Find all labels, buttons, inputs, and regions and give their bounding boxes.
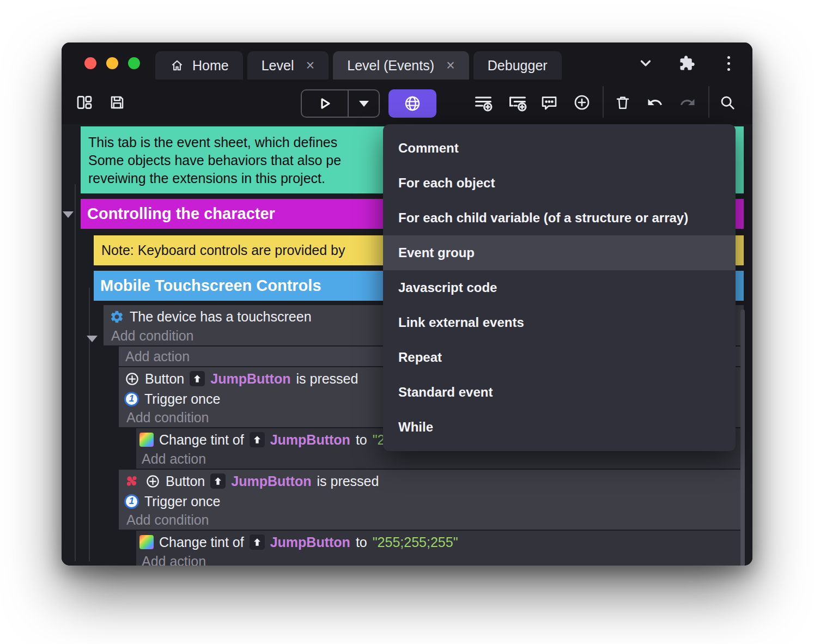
add-action-link[interactable]: Add action: [139, 552, 744, 566]
network-preview-button[interactable]: [388, 89, 436, 118]
more-options-button[interactable]: [719, 53, 738, 73]
close-tab-icon[interactable]: ×: [306, 58, 314, 73]
group-title: Mobile Touchscreen Controls: [100, 277, 321, 295]
choose-add-event-button[interactable]: [570, 90, 594, 114]
home-icon: [169, 58, 185, 73]
action-value: "255;255;255": [373, 534, 458, 550]
tab-level[interactable]: Level ×: [247, 51, 329, 80]
menu-item-link-external-events[interactable]: Link external events: [383, 305, 736, 340]
toggle-panels-button[interactable]: [72, 90, 96, 114]
panels-icon: [76, 94, 93, 111]
trigger-once-icon: 1: [124, 392, 139, 406]
tab-label: Level (Events): [347, 58, 434, 74]
tab-level-events[interactable]: Level (Events) ×: [333, 51, 469, 80]
condition-text: Button: [166, 473, 205, 489]
plus-circle-icon: [573, 94, 591, 111]
add-event-button[interactable]: [471, 90, 495, 114]
condition-text: The device has a touchscreen: [130, 309, 312, 325]
action-text: to: [356, 432, 367, 448]
zoom-window-button[interactable]: [128, 57, 140, 69]
menu-item-comment[interactable]: Comment: [383, 131, 736, 166]
play-preview-button[interactable]: [302, 90, 348, 117]
note-text: Note: Keyboard controls are provided by: [101, 242, 345, 258]
condition-row[interactable]: 1 Trigger once: [124, 491, 744, 511]
add-event-context-menu: Comment For each object For each child v…: [383, 124, 736, 451]
toolbar-divider: [603, 86, 604, 118]
menu-item-javascript-code[interactable]: Javascript code: [383, 270, 736, 305]
indent-guide: [75, 184, 76, 561]
condition-text: is pressed: [296, 371, 358, 387]
toolbar-divider: [708, 86, 709, 118]
condition-text: Trigger once: [144, 391, 220, 407]
action-text: to: [356, 534, 367, 550]
add-event-icon: [473, 93, 493, 112]
condition-row[interactable]: Button JumpButton is pressed: [124, 471, 744, 491]
tab-debugger[interactable]: Debugger: [473, 51, 562, 80]
titlebar: Home Level × Level (Events) × Debugger: [62, 42, 752, 80]
add-comment-button[interactable]: [537, 90, 561, 114]
jumpbutton-object-icon: [250, 534, 265, 550]
add-subevent-button[interactable]: [506, 90, 530, 114]
search-icon: [719, 94, 736, 111]
titlebar-actions: [636, 53, 738, 73]
tab-label: Home: [192, 58, 229, 74]
preview-options-button[interactable]: [348, 90, 379, 117]
trash-icon: [615, 94, 631, 111]
tab-home[interactable]: Home: [155, 51, 243, 80]
group-title: Controlling the character: [87, 205, 275, 223]
minimize-window-button[interactable]: [106, 57, 118, 69]
condition-text: is pressed: [317, 473, 379, 489]
menu-item-repeat[interactable]: Repeat: [383, 340, 736, 375]
close-tab-icon[interactable]: ×: [446, 58, 455, 73]
close-window-button[interactable]: [84, 57, 96, 69]
traffic-lights: [84, 57, 140, 69]
touchscreen-gear-icon: [109, 309, 124, 324]
condition-text: Button: [145, 371, 184, 387]
save-button[interactable]: [105, 90, 129, 114]
toolbar: [62, 80, 752, 124]
gamepad-button-icon: [124, 371, 139, 386]
menu-item-while[interactable]: While: [383, 410, 736, 445]
add-condition-link[interactable]: Add condition: [124, 511, 744, 528]
add-subevent-icon: [508, 93, 527, 112]
app-window: Home Level × Level (Events) × Debugger: [62, 42, 752, 566]
object-name: JumpButton: [210, 371, 290, 387]
event-jumpbutton-released[interactable]: Button JumpButton is pressed 1 Trigger o…: [119, 470, 744, 530]
action-change-tint[interactable]: Change tint of JumpButton to "255;255;25…: [136, 531, 744, 566]
collapse-group-icon[interactable]: [63, 211, 74, 218]
object-name: JumpButton: [270, 432, 350, 448]
scrollbar-thumb[interactable]: [740, 309, 745, 566]
undo-icon: [647, 94, 663, 111]
extensions-button[interactable]: [677, 53, 697, 73]
redo-icon: [679, 94, 696, 111]
menu-item-for-each-object[interactable]: For each object: [383, 166, 736, 201]
puzzle-icon: [679, 55, 695, 71]
trigger-once-icon: 1: [124, 494, 139, 509]
menu-item-standard-event[interactable]: Standard event: [383, 375, 736, 410]
caret-down-icon: [359, 101, 369, 107]
menu-item-event-group[interactable]: Event group: [383, 235, 736, 270]
menu-item-for-each-child-variable[interactable]: For each child variable (of a structure …: [383, 201, 736, 235]
action-text: Change tint of: [159, 432, 244, 448]
tab-bar: Home Level × Level (Events) × Debugger: [155, 51, 562, 80]
tab-list-dropdown-button[interactable]: [636, 53, 655, 73]
jumpbutton-object-icon: [210, 473, 226, 489]
tint-icon: [139, 433, 154, 447]
add-action-link[interactable]: Add action: [139, 450, 744, 467]
undo-button[interactable]: [643, 90, 667, 114]
delete-button[interactable]: [611, 90, 635, 114]
tab-label: Debugger: [488, 58, 548, 74]
jumpbutton-object-icon: [190, 371, 205, 386]
kebab-icon: [727, 56, 730, 59]
play-icon: [317, 95, 333, 112]
gamepad-button-icon: [145, 473, 160, 489]
redo-button[interactable]: [676, 90, 700, 114]
jumpbutton-object-icon: [250, 432, 265, 447]
search-button[interactable]: [715, 90, 739, 114]
object-name: JumpButton: [270, 534, 350, 550]
action-row[interactable]: Change tint of JumpButton to "255;255;25…: [139, 532, 744, 552]
object-name: JumpButton: [231, 473, 311, 489]
vertical-scrollbar[interactable]: [740, 124, 745, 566]
effect-splat-icon: [124, 473, 139, 489]
chevron-down-icon: [637, 55, 654, 71]
